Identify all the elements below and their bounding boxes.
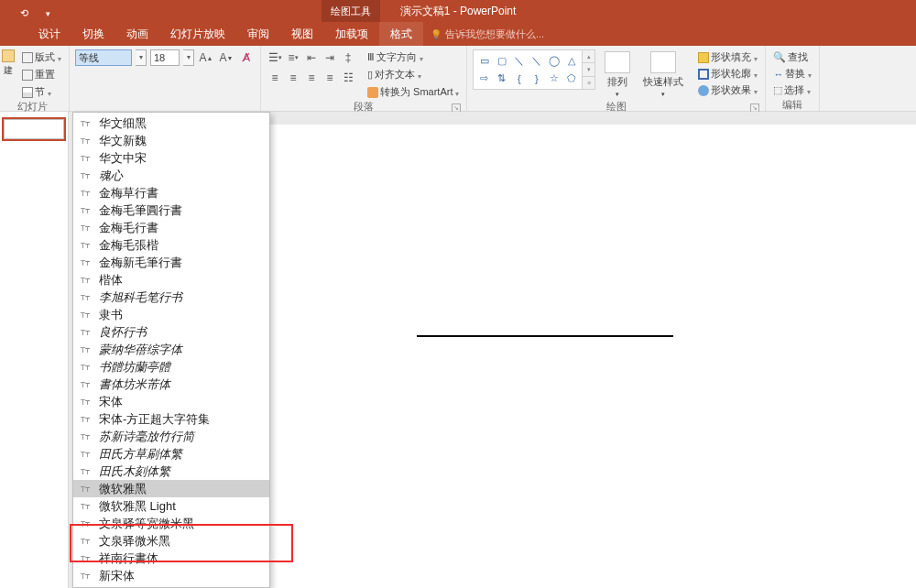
align-left-button[interactable]: ≡ [267,70,283,86]
text-direction-button[interactable]: Ⅲ文字方向 [365,49,461,65]
tab-view[interactable]: 视图 [280,22,324,46]
align-center-button[interactable]: ≡ [285,70,301,86]
justify-button[interactable]: ≡ [322,70,338,86]
slide-thumbnail-1[interactable] [4,119,64,139]
font-option[interactable]: 良怀行书 [73,323,269,341]
shape-triangle-icon[interactable]: △ [562,52,580,70]
truetype-icon [79,415,92,424]
tab-format[interactable]: 格式 [379,22,423,46]
font-option[interactable]: 微软雅黑 [73,480,269,497]
decrease-indent-button[interactable]: ⇤ [303,49,320,66]
font-option[interactable]: 隶书 [73,306,269,323]
font-option[interactable]: 金梅草行書 [73,184,269,201]
font-name-dropdown-icon[interactable]: ▾ [136,49,147,66]
convert-smartart-button[interactable]: 转换为 SmartArt [365,84,461,100]
shape-callout-icon[interactable]: ⬠ [562,70,580,87]
replace-button[interactable]: 替换 [771,66,813,82]
section-button[interactable]: 节 [20,84,63,100]
font-option[interactable]: 金梅毛筆圓行書 [73,201,269,219]
clear-format-button[interactable]: A̸ [238,49,255,66]
font-option[interactable]: 楷体 [73,271,269,289]
layout-button[interactable]: 版式 [20,49,63,65]
numbering-button[interactable]: ≡▾ [285,49,301,66]
font-option[interactable]: 苏新诗毫放竹行简 [73,428,269,445]
shape-roundrect-icon[interactable]: ▢ [493,52,510,70]
font-option[interactable]: 文泉驿等宽微米黑 [73,515,269,532]
font-option[interactable]: 金梅毛行書 [73,219,269,236]
align-text-button[interactable]: ▯对齐文本 [365,67,461,82]
line-shape[interactable] [417,335,673,337]
font-option[interactable]: 新宋体 [73,567,269,584]
font-option[interactable]: 金梅毛張楷 [73,236,269,254]
shape-lbrace-icon[interactable]: { [510,70,528,87]
truetype-icon [79,519,92,528]
columns-button[interactable]: ☷ [340,70,356,86]
undo-icon[interactable] [20,6,29,16]
font-dropdown-list[interactable]: 华文细黑华文新魏华文中宋魂心金梅草行書金梅毛筆圓行書金梅毛行書金梅毛張楷金梅新毛… [72,112,270,588]
shape-fill-button[interactable]: 形状填充 [696,49,759,65]
bullets-button[interactable]: ☰▾ [267,49,283,66]
reset-icon [22,70,33,81]
font-option-name: 隶书 [99,307,123,323]
font-option[interactable]: 华文中宋 [73,149,269,167]
line-spacing-button[interactable]: ‡ [340,49,356,66]
qat-dropdown-icon[interactable] [46,6,55,16]
font-option[interactable]: 微软雅黑 Light [73,497,269,515]
increase-indent-button[interactable]: ⇥ [322,49,338,66]
reset-button[interactable]: 重置 [20,67,63,82]
font-option[interactable]: 書体坊米芾体 [73,376,269,393]
new-slide-icon[interactable] [2,49,15,62]
shape-oval-icon[interactable]: ◯ [545,52,562,70]
font-option[interactable]: 魂心 [73,167,269,184]
shape-star-icon[interactable]: ☆ [545,70,562,87]
shape-outline-button[interactable]: 形状轮廓 [696,66,759,82]
shrink-font-button[interactable]: A▼ [218,49,234,66]
font-option-name: 微软雅黑 Light [99,498,176,515]
font-option[interactable]: 叶根友毛笔行书 [73,584,269,588]
font-name-input[interactable]: 等线 [75,49,132,66]
arrange-icon [605,51,630,73]
quick-styles-button[interactable]: 快速样式▾ [639,49,687,100]
shape-rect-icon[interactable]: ▭ [475,52,493,70]
font-option[interactable]: 宋体 [73,393,269,410]
font-option[interactable]: 田氏方草刷体繁 [73,445,269,463]
font-option-name: 金梅毛張楷 [99,237,158,254]
font-option[interactable]: 田氏木刻体繁 [73,463,269,480]
tab-design[interactable]: 设计 [27,22,71,46]
font-option[interactable]: 宋体-方正超大字符集 [73,410,269,428]
tab-addins[interactable]: 加载项 [324,22,379,46]
slide-canvas[interactable] [270,125,916,588]
shape-effects-button[interactable]: 形状效果 [696,82,759,98]
shapes-gallery-scroll[interactable]: ▴▾≡ [583,49,595,90]
font-option[interactable]: 华文细黑 [73,114,269,132]
shape-updown-icon[interactable]: ⇅ [493,70,510,87]
tab-review[interactable]: 审阅 [236,22,280,46]
quick-styles-icon [650,51,676,73]
shape-arrow-icon[interactable]: ⇨ [475,70,493,87]
shape-line-icon[interactable]: ＼ [510,52,528,70]
slide-thumbnail-panel[interactable] [0,112,69,588]
font-option[interactable]: 华文新魏 [73,132,269,149]
font-size-input[interactable]: 18 [150,49,180,66]
grow-font-button[interactable]: A▲ [198,49,214,66]
font-option[interactable]: 蒙纳华蓓综字体 [73,341,269,358]
find-button[interactable]: 查找 [771,49,813,65]
font-option-name: 文泉驿微米黑 [99,533,170,550]
truetype-icon [79,485,92,494]
font-option[interactable]: 祥南行書体 [73,550,269,567]
font-option[interactable]: 金梅新毛筆行書 [73,254,269,271]
font-option[interactable]: 文泉驿微米黑 [73,532,269,550]
align-right-button[interactable]: ≡ [303,70,320,86]
tab-slideshow[interactable]: 幻灯片放映 [159,22,236,46]
font-size-dropdown-icon[interactable]: ▾ [183,49,194,66]
tell-me-search[interactable]: 告诉我您想要做什么... [431,27,544,41]
tab-animation[interactable]: 动画 [115,22,159,46]
shapes-gallery[interactable]: ▭ ▢ ＼ ＼ ◯ △ ⇨ ⇅ { } ☆ ⬠ [473,49,583,90]
arrange-button[interactable]: 排列▾ [601,49,634,100]
font-option[interactable]: 李旭科毛笔行书 [73,289,269,306]
shape-rbrace-icon[interactable]: } [528,70,545,87]
font-option[interactable]: 书體坊蘭亭體 [73,358,269,376]
tab-transition[interactable]: 切换 [71,22,115,46]
select-button[interactable]: 选择 [771,82,813,98]
shape-line2-icon[interactable]: ＼ [528,52,545,70]
